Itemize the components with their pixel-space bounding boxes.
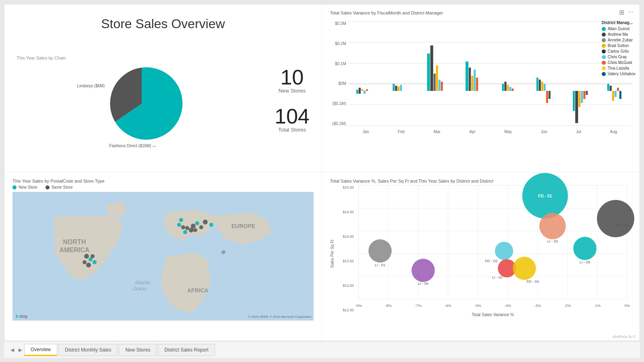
legend-label: Tina Lassila — [608, 66, 629, 70]
page-title: Store Sales Overview — [17, 16, 310, 31]
nav-prev[interactable]: ◀ — [8, 344, 16, 356]
legend-item: Allan Guinot — [602, 27, 636, 31]
svg-rect-13 — [438, 80, 440, 91]
map-legend: New Store Same Store — [12, 185, 314, 189]
svg-text:-7%: -7% — [415, 304, 421, 308]
svg-point-97 — [495, 242, 513, 260]
total-stores-number: 104 — [275, 106, 310, 127]
svg-rect-40 — [615, 91, 617, 97]
same-store-dot — [45, 185, 50, 189]
stats-section: 10 New Stores 104 Total Stores — [266, 67, 310, 133]
focus-icon[interactable]: ⊞ — [619, 8, 624, 16]
svg-rect-38 — [610, 86, 612, 91]
svg-text:NORTH: NORTH — [63, 239, 86, 245]
y-axis-label: Sales Per Sq Ft — [330, 185, 338, 322]
tab-new-stores[interactable]: New Stores — [119, 344, 157, 356]
tl-body: This Year Sales by Chain Lindseys ($6M) … — [17, 35, 310, 164]
legend-color — [602, 38, 606, 42]
svg-text:FD - 01: FD - 01 — [538, 194, 552, 198]
svg-text:AMERICA: AMERICA — [60, 247, 90, 253]
svg-text:LI - 03: LI - 03 — [547, 239, 558, 243]
pie-caption-fashions: Fashions Direct ($16M) — — [109, 144, 157, 148]
svg-text:-4%: -4% — [504, 304, 511, 308]
legend-color — [602, 44, 606, 48]
svg-point-91 — [539, 213, 566, 239]
svg-rect-28 — [544, 84, 546, 91]
stat-new-stores: 10 New Stores — [279, 67, 305, 94]
stat-total-stores: 104 Total Stores — [275, 106, 310, 133]
x-axis-labels: Jan Feb Mar Apr May Jun Jul Aug — [348, 130, 632, 134]
svg-rect-1 — [359, 88, 361, 94]
tab-district-sales[interactable]: District Sales Report — [158, 344, 215, 356]
bing-logo: b bing — [16, 314, 27, 319]
svg-text:-5%: -5% — [475, 304, 481, 308]
svg-point-67 — [209, 223, 213, 227]
svg-point-60 — [181, 225, 185, 229]
pie-chart: Lindseys ($6M) Fashions Direct ($16M) — — [101, 64, 182, 144]
svg-point-93 — [412, 259, 435, 282]
tr-toolbar: ⊞ ··· — [619, 8, 634, 16]
svg-point-65 — [179, 218, 183, 222]
svg-rect-42 — [619, 91, 621, 99]
new-stores-number: 10 — [279, 67, 305, 88]
svg-text:LI - 04: LI - 04 — [418, 282, 428, 286]
svg-text:-8%: -8% — [385, 304, 392, 308]
svg-text:LI - 02: LI - 02 — [492, 276, 503, 280]
legend-label: Annelie Zubar — [608, 38, 633, 42]
legend-item: Valery Ushakov — [602, 72, 636, 76]
map-area: NORTH AMERICA EUROPE Atlantic Ocean AFRI… — [12, 192, 314, 321]
main-content: Store Sales Overview This Year Sales by … — [4, 4, 640, 341]
svg-rect-23 — [509, 87, 511, 91]
pie-label: This Year Sales by Chain — [17, 56, 66, 60]
new-store-dot — [12, 185, 17, 189]
svg-rect-16 — [469, 68, 471, 91]
svg-text:-3%: -3% — [535, 304, 541, 308]
legend-label: Allan Guinot — [608, 27, 630, 31]
tab-overview[interactable]: Overview — [24, 344, 57, 356]
svg-point-62 — [183, 230, 187, 234]
svg-rect-14 — [441, 82, 443, 91]
svg-point-89 — [368, 239, 392, 263]
svg-rect-33 — [578, 91, 580, 107]
svg-rect-7 — [398, 86, 400, 91]
legend-title: District Manag... — [602, 21, 636, 25]
svg-rect-39 — [612, 91, 614, 101]
legend-label: Valery Ushakov — [608, 72, 636, 76]
svg-rect-41 — [617, 88, 619, 91]
tab-district-monthly[interactable]: District Monthly Sales — [58, 344, 118, 356]
svg-point-53 — [86, 263, 91, 267]
new-store-label: New Store — [19, 185, 37, 189]
legend-label: Carlos Grilo — [608, 49, 629, 53]
svg-rect-18 — [474, 70, 476, 91]
svg-rect-35 — [583, 91, 585, 99]
bottom-bar: ◀ ▶ Overview District Monthly Sales New … — [4, 341, 640, 358]
more-icon[interactable]: ··· — [628, 8, 634, 16]
tab-new-stores-label: New Stores — [125, 347, 150, 353]
svg-rect-17 — [471, 76, 473, 91]
legend-item: Carlos Grilo — [602, 49, 636, 53]
map-chart-title: This Year Sales by PostalCode and Store … — [12, 179, 314, 183]
y-axis-labels: $0.3M $0.2M $0.1M $0M ($0.1M) ($0.2M) — [330, 21, 348, 134]
bubble-chart-title: Total Sales Variance %, Sales Per Sq Ft … — [330, 179, 632, 183]
bar-chart: $0.3M $0.2M $0.1M $0M ($0.1M) ($0.2M) — [330, 21, 632, 134]
svg-rect-31 — [573, 91, 575, 111]
nav-next[interactable]: ▶ — [16, 344, 24, 356]
svg-text:-2%: -2% — [564, 304, 571, 308]
svg-rect-8 — [400, 85, 402, 91]
svg-point-64 — [199, 225, 203, 229]
svg-text:0%: 0% — [625, 304, 630, 308]
svg-rect-0 — [356, 90, 358, 94]
svg-text:-9%: -9% — [355, 304, 361, 308]
legend-color — [602, 27, 606, 31]
svg-rect-4 — [366, 89, 368, 91]
svg-point-68 — [221, 250, 225, 254]
svg-rect-37 — [607, 84, 609, 91]
legend-item: Chris Gray — [602, 55, 636, 59]
svg-point-50 — [84, 254, 89, 259]
svg-point-87 — [597, 200, 634, 237]
svg-point-58 — [185, 226, 189, 230]
legend-item: Tina Lassila — [602, 66, 636, 70]
svg-text:Atlantic: Atlantic — [134, 280, 151, 286]
svg-text:LI - 01: LI - 01 — [375, 263, 385, 267]
map-copyright: © 2016 HERE © 2016 Microsoft Corporation — [248, 315, 312, 319]
